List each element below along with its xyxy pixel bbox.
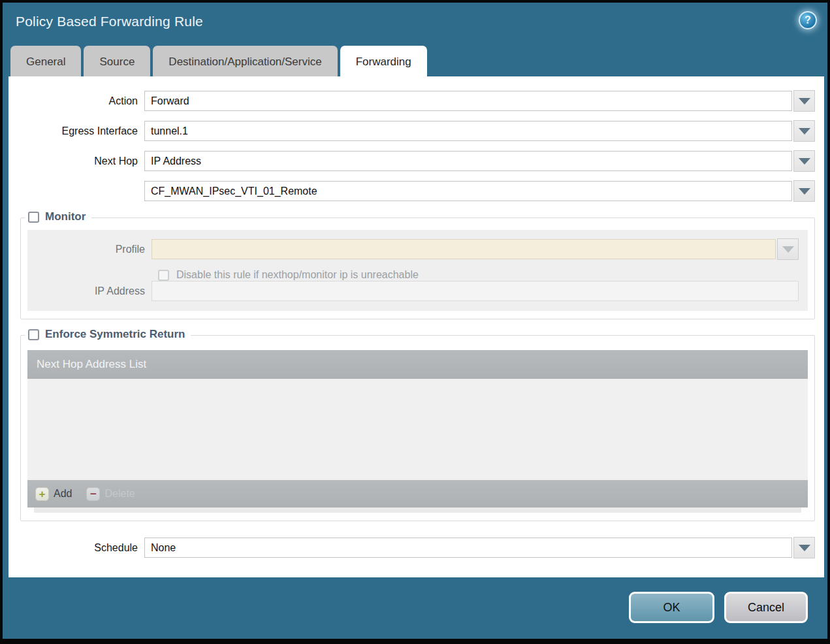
egress-interface-input[interactable]	[144, 121, 792, 141]
chevron-down-icon	[782, 246, 794, 253]
monitor-ip-address-row: IP Address	[27, 281, 799, 301]
chevron-down-icon	[799, 188, 810, 195]
next-hop-address-list-header: Next Hop Address List	[27, 350, 808, 379]
dialog-footer: OK Cancel	[3, 577, 827, 639]
action-label: Action	[8, 95, 144, 107]
table-toolbar: + Add − Delete	[27, 480, 808, 507]
tab-forwarding[interactable]: Forwarding	[340, 46, 427, 76]
chevron-down-icon	[799, 158, 810, 165]
table-scroll-strip	[34, 507, 801, 513]
tab-destination-application-service[interactable]: Destination/Application/Service	[153, 46, 337, 76]
help-glyph: ?	[805, 14, 811, 26]
disable-rule-label: Disable this rule if nexthop/monitor ip …	[176, 269, 419, 281]
next-hop-row: Next Hop	[8, 150, 815, 172]
enforce-legend-label: Enforce Symmetric Return	[45, 328, 185, 341]
policy-based-forwarding-dialog: Policy Based Forwarding Rule ? General S…	[0, 0, 830, 644]
dialog-title: Policy Based Forwarding Rule	[3, 3, 827, 29]
next-hop-address-dropdown-button[interactable]	[793, 180, 815, 202]
schedule-dropdown-button[interactable]	[793, 537, 815, 558]
ok-button[interactable]: OK	[629, 592, 714, 623]
disable-rule-checkbox	[158, 270, 169, 281]
delete-button: − Delete	[86, 487, 135, 501]
next-hop-address-row	[8, 180, 815, 202]
tab-general[interactable]: General	[10, 46, 81, 76]
enforce-symmetric-return-fieldset: Enforce Symmetric Return Next Hop Addres…	[20, 335, 815, 521]
add-button-label: Add	[54, 488, 72, 500]
next-hop-dropdown-button[interactable]	[793, 150, 815, 172]
schedule-input[interactable]	[144, 538, 792, 558]
plus-icon: +	[35, 487, 49, 501]
tab-bar: General Source Destination/Application/S…	[10, 46, 827, 76]
add-button[interactable]: + Add	[35, 487, 72, 501]
monitor-legend: Monitor	[25, 210, 91, 223]
delete-button-label: Delete	[104, 488, 135, 500]
monitor-checkbox[interactable]	[28, 212, 39, 223]
egress-interface-dropdown-button[interactable]	[793, 120, 815, 142]
next-hop-address-list-table: Next Hop Address List + Add − Delete	[27, 350, 808, 513]
monitor-legend-label: Monitor	[45, 210, 86, 223]
title-bar: Policy Based Forwarding Rule ?	[3, 3, 827, 46]
schedule-label: Schedule	[8, 542, 144, 554]
action-dropdown-button[interactable]	[793, 90, 815, 112]
action-row: Action	[8, 90, 815, 112]
monitor-ip-address-input	[152, 281, 799, 301]
next-hop-address-list-body[interactable]	[27, 379, 808, 480]
chevron-down-icon	[799, 545, 810, 551]
profile-dropdown-button	[777, 238, 799, 260]
chevron-down-icon	[799, 128, 810, 135]
egress-interface-label: Egress Interface	[8, 125, 144, 137]
profile-label: Profile	[27, 244, 152, 255]
egress-interface-row: Egress Interface	[8, 120, 815, 142]
schedule-row: Schedule	[8, 537, 815, 558]
forwarding-tab-panel: Action Egress Interface Next Hop	[8, 76, 824, 577]
action-input[interactable]	[144, 91, 792, 111]
next-hop-type-input[interactable]	[144, 151, 792, 171]
monitor-ip-address-label: IP Address	[27, 285, 152, 297]
profile-row: Profile	[27, 238, 799, 260]
enforce-symmetric-return-checkbox[interactable]	[28, 329, 39, 340]
next-hop-address-input[interactable]	[144, 181, 792, 201]
minus-icon: −	[86, 487, 100, 501]
tab-source[interactable]: Source	[84, 46, 150, 76]
cancel-button[interactable]: Cancel	[724, 592, 808, 623]
monitor-fieldset: Monitor Profile Disable this rule if nex…	[20, 217, 815, 319]
disable-rule-row: Disable this rule if nexthop/monitor ip …	[158, 269, 799, 281]
enforce-legend: Enforce Symmetric Return	[25, 328, 191, 341]
profile-input	[152, 239, 776, 259]
chevron-down-icon	[799, 98, 810, 105]
next-hop-label: Next Hop	[8, 155, 144, 167]
monitor-panel: Profile Disable this rule if nexthop/mon…	[27, 230, 808, 311]
help-icon[interactable]: ?	[799, 11, 817, 29]
